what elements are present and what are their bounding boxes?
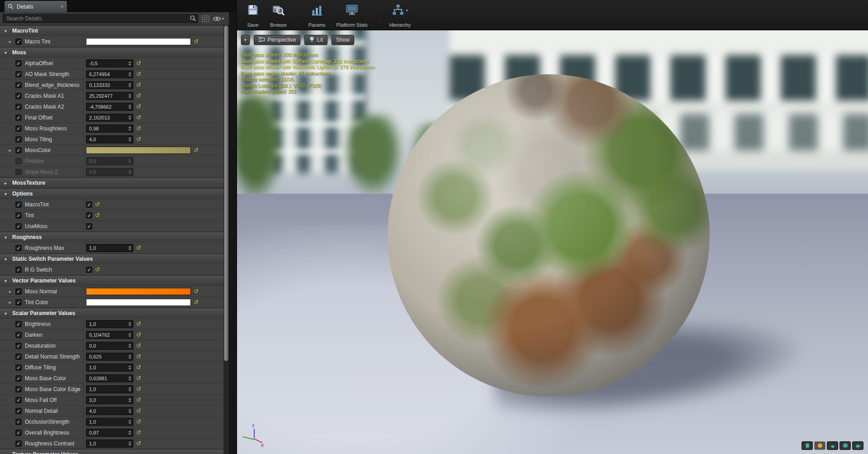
param-enable-checkbox[interactable]: ✓: [15, 201, 22, 208]
value-spinbox[interactable]: 0,133333: [86, 81, 133, 89]
param-enable-checkbox[interactable]: ✓: [15, 299, 22, 306]
value-spinbox[interactable]: 6,274954: [86, 70, 133, 78]
expander-icon[interactable]: ▸: [9, 289, 15, 294]
hierarchy-button[interactable]: ▾Hierarchy: [385, 2, 415, 29]
param-enable-checkbox[interactable]: ✓: [15, 82, 22, 88]
reset-to-default-icon[interactable]: ↺: [136, 115, 141, 120]
value-checkbox[interactable]: ✓: [86, 212, 92, 219]
value-spinbox[interactable]: 1,0: [86, 440, 133, 448]
reset-to-default-icon[interactable]: ↺: [136, 375, 141, 381]
value-spinbox[interactable]: 2,162013: [86, 114, 133, 122]
value-spinbox[interactable]: 1,0: [86, 418, 133, 426]
color-swatch[interactable]: [86, 288, 191, 295]
value-spinbox[interactable]: 25,292477: [86, 92, 133, 100]
spin-arrows-icon[interactable]: [127, 246, 131, 250]
spin-arrows-icon[interactable]: [127, 105, 131, 109]
value-checkbox[interactable]: ✓: [86, 201, 92, 208]
param-enable-checkbox[interactable]: ✓: [15, 419, 22, 425]
value-spinbox[interactable]: 0,63881: [86, 374, 133, 382]
param-enable-checkbox[interactable]: ✓: [15, 71, 22, 77]
reset-to-default-icon[interactable]: ↺: [136, 71, 141, 77]
value-spinbox[interactable]: 4,0: [86, 135, 133, 143]
reset-to-default-icon[interactable]: ↺: [136, 82, 141, 88]
perspective-button[interactable]: Perspective: [254, 35, 301, 45]
param-enable-checkbox[interactable]: ✓: [15, 245, 22, 251]
spin-arrows-icon[interactable]: [127, 430, 131, 435]
value-spinbox[interactable]: -0,5: [86, 59, 133, 67]
param-enable-checkbox[interactable]: ✓: [15, 332, 22, 338]
category-row-mosstexture[interactable]: ▸MossTexture: [0, 177, 223, 188]
reset-to-default-icon[interactable]: ↺: [136, 332, 141, 338]
category-row-macrotint[interactable]: ▾MacroTint: [0, 25, 223, 36]
viewport-options-dropdown-button[interactable]: ▾: [241, 35, 250, 45]
param-enable-checkbox[interactable]: ✓: [15, 397, 22, 403]
param-enable-checkbox[interactable]: ✓: [15, 364, 22, 371]
reset-to-default-icon[interactable]: ↺: [136, 440, 141, 446]
category-row-vector-parameter-values[interactable]: ▾Vector Parameter Values: [0, 275, 223, 286]
param-enable-checkbox[interactable]: ✓: [15, 125, 22, 132]
spin-arrows-icon[interactable]: [127, 376, 131, 381]
param-enable-checkbox[interactable]: ✓: [15, 288, 22, 295]
param-enable-checkbox[interactable]: ✓: [15, 386, 22, 392]
value-spinbox[interactable]: 1,0: [86, 244, 133, 252]
value-spinbox[interactable]: -4,708662: [86, 103, 133, 111]
value-spinbox[interactable]: 0,98: [86, 124, 133, 133]
spin-arrows-icon[interactable]: [127, 115, 131, 120]
spin-arrows-icon[interactable]: [127, 365, 131, 370]
param-enable-checkbox[interactable]: ✓: [15, 60, 22, 67]
browse-button[interactable]: Browse: [266, 2, 291, 29]
expander-icon[interactable]: ▸: [9, 39, 15, 44]
params-button[interactable]: Params: [304, 2, 330, 29]
preview-mesh-sphere-button[interactable]: [814, 441, 825, 450]
reset-to-default-icon[interactable]: ↺: [136, 136, 141, 142]
category-row-static-switch-parameter-values[interactable]: ▾Static Switch Parameter Values: [0, 253, 223, 264]
platform-stats-button[interactable]: Platform Stats: [332, 2, 372, 29]
reset-to-default-icon[interactable]: ↺: [136, 430, 141, 435]
spin-arrows-icon[interactable]: [127, 420, 131, 424]
color-swatch[interactable]: [86, 38, 191, 45]
value-spinbox[interactable]: 1,0: [86, 363, 133, 372]
spin-arrows-icon[interactable]: [127, 126, 131, 131]
spin-arrows-icon[interactable]: [127, 409, 131, 413]
value-spinbox[interactable]: 0,104762: [86, 331, 133, 339]
reset-to-default-icon[interactable]: ↺: [194, 38, 199, 44]
preview-mesh-teapot-button[interactable]: [852, 441, 863, 450]
reset-to-default-icon[interactable]: ↺: [136, 419, 141, 425]
preview-mesh-plane-button[interactable]: [827, 441, 838, 450]
visibility-eye-button[interactable]: ▾: [213, 16, 224, 22]
spin-arrows-icon[interactable]: [127, 83, 131, 87]
reset-to-default-icon[interactable]: ↺: [136, 245, 141, 251]
param-enable-checkbox[interactable]: ✓: [15, 93, 22, 99]
param-enable-checkbox[interactable]: ✓: [15, 267, 22, 273]
param-enable-checkbox[interactable]: ✓: [15, 343, 22, 349]
reset-to-default-icon[interactable]: ↺: [136, 354, 141, 359]
preview-mesh-cylinder-button[interactable]: [802, 441, 813, 450]
display-options-grid-icon[interactable]: [202, 15, 209, 22]
reset-to-default-icon[interactable]: ↺: [136, 364, 141, 370]
spin-arrows-icon[interactable]: [127, 94, 131, 98]
reset-to-default-icon[interactable]: ↺: [136, 397, 141, 403]
value-spinbox[interactable]: 0,0: [86, 342, 133, 350]
param-enable-checkbox[interactable]: ✓: [15, 212, 22, 219]
spin-arrows-icon[interactable]: [127, 441, 131, 446]
spin-arrows-icon[interactable]: [127, 333, 131, 337]
reset-to-default-icon[interactable]: ↺: [136, 386, 141, 392]
chevron-down-icon[interactable]: ▾: [406, 8, 408, 13]
spin-arrows-icon[interactable]: [127, 61, 131, 66]
param-enable-checkbox[interactable]: ✓: [15, 375, 22, 382]
spin-arrows-icon[interactable]: [127, 387, 131, 392]
reset-to-default-icon[interactable]: ↺: [194, 299, 199, 305]
scrollbar-thumb[interactable]: [224, 25, 228, 361]
value-spinbox[interactable]: 0,87: [86, 429, 133, 437]
color-swatch[interactable]: [86, 147, 191, 154]
color-swatch[interactable]: [86, 299, 191, 306]
param-enable-checkbox[interactable]: ✓: [15, 147, 22, 153]
category-row-texture-parameter-values[interactable]: ▸Texture Parameter Values: [0, 449, 223, 454]
reset-to-default-icon[interactable]: ↺: [136, 60, 141, 66]
reset-to-default-icon[interactable]: ↺: [136, 408, 141, 414]
reset-to-default-icon[interactable]: ↺: [136, 125, 141, 131]
spin-arrows-icon[interactable]: [127, 137, 131, 142]
param-enable-checkbox[interactable]: ✓: [15, 104, 22, 110]
param-enable-checkbox[interactable]: ✓: [15, 440, 22, 447]
details-scrollbar[interactable]: [223, 25, 229, 454]
